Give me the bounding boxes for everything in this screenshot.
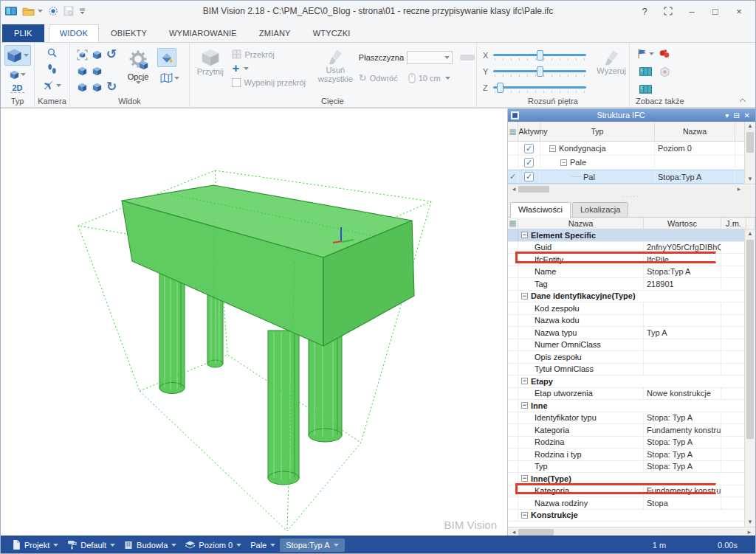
tree-expander[interactable]: − [549,145,556,152]
flags-button[interactable] [636,48,655,60]
property-row[interactable]: Kod zespołu [508,302,755,315]
status-item-stopa-typ-a[interactable]: Stopa:Typ A [280,539,344,552]
clip-button[interactable]: Przytnij [194,45,226,95]
properties-corner-icon[interactable]: ▦ [508,218,518,229]
property-row[interactable]: RodzinaStopa: Typ A [508,437,755,449]
close-button[interactable]: × [729,3,749,19]
fill-section-checkbox[interactable]: Wypełnij przekrój [232,78,312,87]
open-file-button[interactable] [22,7,43,16]
collapse-ribbon-button[interactable] [739,95,746,104]
structure-row[interactable]: ✓✓PalStopa:Typ A [508,170,755,184]
ribbon-tab-wtyczki[interactable]: WTYCZKI [303,25,361,42]
slider-track[interactable] [493,82,586,94]
properties-vscrollbar[interactable]: ▲▼ [744,229,755,527]
property-row[interactable]: TypStopa: Typ A [508,461,755,474]
fly-mode-button[interactable] [42,79,62,91]
slider-track[interactable] [493,49,586,61]
property-row[interactable]: Guid2nfnyY05rCrfgDIBhQdbMN [508,242,755,255]
view-side-button[interactable] [92,66,103,77]
property-row[interactable]: Etap utworzeniaNowe konstrukcje [508,388,755,401]
zoom-tool-button[interactable] [46,46,58,59]
property-group-row[interactable]: −Dane identyfikacyjne(Type) [508,291,755,303]
property-group-row[interactable]: −Konstrukcje [508,510,755,522]
row-active-checkbox[interactable]: ✓ [518,170,540,183]
view-2d-button[interactable]: 2D [10,83,24,93]
property-row[interactable]: Tag218901 [508,278,755,291]
hexagon-tool-button[interactable] [655,66,674,78]
structure-col-name[interactable]: Nazwa [655,122,735,141]
structure-row[interactable]: ✓−KondygnacjaPoziom 0 [508,142,755,156]
minimize-button[interactable]: – [681,3,702,19]
properties-tab-właściwości[interactable]: Właściwości [510,202,571,218]
view-iso-button[interactable] [77,82,88,93]
focus-tool-button[interactable] [48,6,58,16]
rotate-left-button[interactable]: ↺ [106,49,117,60]
add-section-button[interactable]: + [232,63,312,74]
customize-toolbar-button[interactable] [79,8,86,15]
status-item-pale[interactable]: Pale [246,539,280,551]
panel-splitter[interactable]: ····· [508,194,755,200]
structure-col-active[interactable]: Aktywny [518,122,540,141]
property-row[interactable]: NameStopa:Typ A [508,266,755,279]
group-expander[interactable]: − [521,232,528,238]
ribbon-tab-widok[interactable]: WIDOK [49,24,99,42]
property-row[interactable]: Opis zespołu [508,351,755,364]
property-group-row[interactable]: −Element Specific [508,229,755,242]
color-fill-button[interactable] [157,48,176,67]
windows-layout-button[interactable] [636,66,655,77]
property-row[interactable]: Tytuł OmniClass [508,364,755,376]
slider-track[interactable] [493,66,586,77]
reset-explode-button[interactable]: Wyzeruj [597,49,626,75]
plane-select[interactable] [407,51,453,64]
fullscreen-button[interactable] [658,3,678,19]
help-button[interactable]: ? [634,3,655,19]
properties-col-unit[interactable]: J.m. [721,218,746,229]
property-row[interactable]: IfcEntityIfcPile [508,254,755,266]
property-row[interactable]: KategoriaFundamenty konstrukcyjne [508,485,755,498]
structure-col-type[interactable]: Typ [540,122,655,141]
save-view-button[interactable] [63,6,74,16]
panel-menu-button[interactable]: ▾ [725,111,729,120]
view-back-button[interactable] [92,82,103,93]
ribbon-tab-wymiarowanie[interactable]: WYMIAROWANIE [159,25,247,42]
property-row[interactable]: KategoriaFundamenty konstrukcyjne [508,424,755,437]
property-group-row[interactable]: −Inne [508,400,755,412]
collisions-button[interactable] [655,48,674,60]
properties-col-value[interactable]: Wartosc [644,218,721,229]
property-row[interactable]: Nazwa rodzinyStopa [508,497,755,510]
property-row[interactable]: Numer OmniClass [508,339,755,352]
view-3d-button[interactable] [4,45,31,66]
maximize-button[interactable]: □ [705,3,726,19]
slider-handle[interactable] [537,50,543,60]
invert-section-button[interactable]: ↻Odwróć [359,73,398,83]
minimap-button[interactable] [157,70,182,86]
walk-mode-button[interactable] [47,63,58,75]
view-hidden-line-button[interactable] [4,67,31,82]
panel-close-button[interactable]: ✕ [744,111,750,120]
tree-expander[interactable]: − [560,159,567,166]
section-step-select[interactable]: 10 cm [408,73,450,83]
slider-handle[interactable] [497,83,504,93]
structure-corner-icon[interactable]: ▦ [508,122,518,141]
structure-hscrollbar[interactable]: ◂▸ [508,184,755,194]
property-row[interactable]: Nazwa typuTyp A [508,327,755,339]
group-expander[interactable]: − [521,402,528,409]
property-row[interactable]: Rodzina i typStopa: Typ A [508,449,755,461]
group-expander[interactable]: − [521,475,528,482]
property-group-row[interactable]: −Inne(Type) [508,473,755,485]
properties-col-name[interactable]: Nazwa [518,218,644,229]
ribbon-tab-obiekty[interactable]: OBIEKTY [100,25,157,42]
panel-dock-button[interactable]: ⊟ [733,111,739,120]
structure-row[interactable]: ✓−Pale [508,156,755,170]
group-expander[interactable]: − [521,512,528,519]
explode-slider-z[interactable]: Z [483,80,628,94]
structure-vscrollbar[interactable]: ▲▼ [744,122,755,184]
group-expander[interactable]: − [521,378,528,384]
plane-remove-button[interactable] [460,55,475,60]
status-item-budowla[interactable]: Budowla [120,539,181,551]
ribbon-tab-zmiany[interactable]: ZMIANY [249,25,301,42]
rotate-right-button[interactable]: ↻ [106,81,117,93]
property-group-row[interactable]: −Etapy [508,375,755,388]
ribbon-tab-plik[interactable]: PLIK [2,24,44,42]
view-front-button[interactable] [77,66,88,77]
